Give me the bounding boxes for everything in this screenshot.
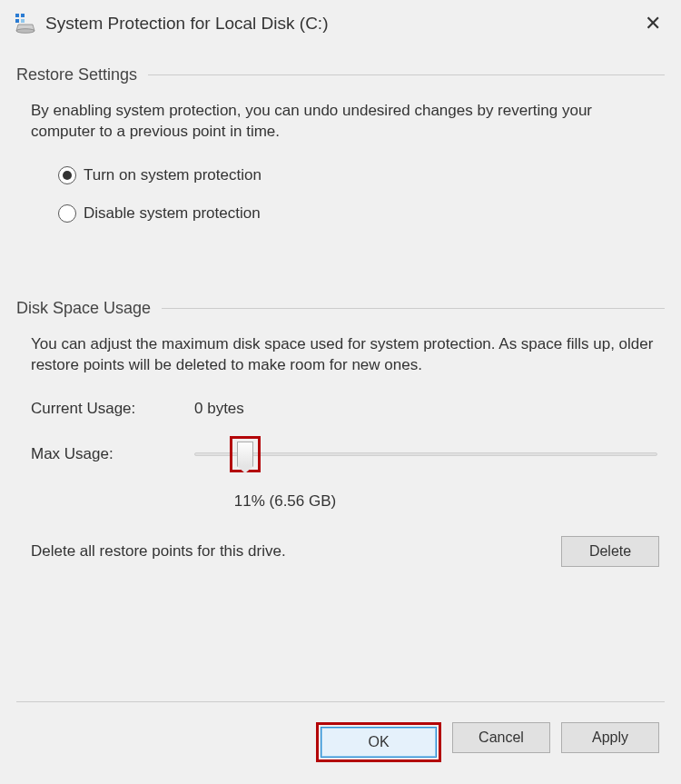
- delete-button[interactable]: Delete: [561, 536, 659, 567]
- slider-track: [194, 452, 657, 456]
- apply-button[interactable]: Apply: [561, 722, 659, 753]
- separator: [148, 74, 665, 75]
- delete-description: Delete all restore points for this drive…: [31, 542, 286, 561]
- disk-space-body: You can adjust the maximum disk space us…: [16, 334, 665, 527]
- cancel-button[interactable]: Cancel: [452, 722, 550, 753]
- restore-settings-body: By enabling system protection, you can u…: [16, 101, 665, 243]
- disk-space-label: Disk Space Usage: [16, 299, 151, 318]
- radio-icon: [58, 204, 76, 223]
- dialog-footer: OK Cancel Apply: [0, 702, 681, 784]
- max-usage-label: Max Usage:: [31, 445, 194, 463]
- ok-button-highlight: OK: [316, 722, 441, 762]
- svg-point-4: [16, 29, 35, 34]
- titlebar: System Protection for Local Disk (C:) ✕: [0, 0, 681, 44]
- max-usage-slider[interactable]: [194, 438, 657, 471]
- svg-rect-1: [21, 14, 25, 17]
- radio-disable[interactable]: Disable system protection: [31, 204, 657, 223]
- ok-button[interactable]: OK: [321, 727, 437, 758]
- disk-space-header: Disk Space Usage: [16, 299, 665, 318]
- restore-settings-label: Restore Settings: [16, 65, 137, 84]
- current-usage-row: Current Usage: 0 bytes: [31, 400, 657, 418]
- radio-icon: [58, 166, 76, 184]
- system-protection-dialog: System Protection for Local Disk (C:) ✕ …: [0, 0, 681, 784]
- svg-rect-2: [15, 19, 19, 23]
- max-usage-value: 11% (6.56 GB): [194, 476, 376, 527]
- dialog-title: System Protection for Local Disk (C:): [45, 14, 636, 34]
- max-usage-row: Max Usage:: [31, 438, 657, 471]
- delete-row: Delete all restore points for this drive…: [16, 536, 665, 567]
- close-icon[interactable]: ✕: [636, 12, 670, 35]
- current-usage-value: 0 bytes: [194, 400, 657, 418]
- current-usage-label: Current Usage:: [31, 400, 194, 418]
- disk-description: You can adjust the maximum disk space us…: [31, 334, 657, 376]
- system-protection-icon: [15, 13, 36, 35]
- restore-settings-header: Restore Settings: [16, 65, 665, 84]
- slider-thumb[interactable]: [237, 442, 253, 467]
- radio-turn-on[interactable]: Turn on system protection: [31, 166, 657, 184]
- dialog-content: Restore Settings By enabling system prot…: [0, 44, 681, 680]
- radio-turn-on-label: Turn on system protection: [84, 166, 262, 184]
- svg-rect-0: [15, 14, 19, 17]
- radio-disable-label: Disable system protection: [84, 204, 261, 223]
- separator: [162, 308, 665, 309]
- restore-description: By enabling system protection, you can u…: [31, 101, 657, 143]
- svg-rect-3: [21, 19, 25, 23]
